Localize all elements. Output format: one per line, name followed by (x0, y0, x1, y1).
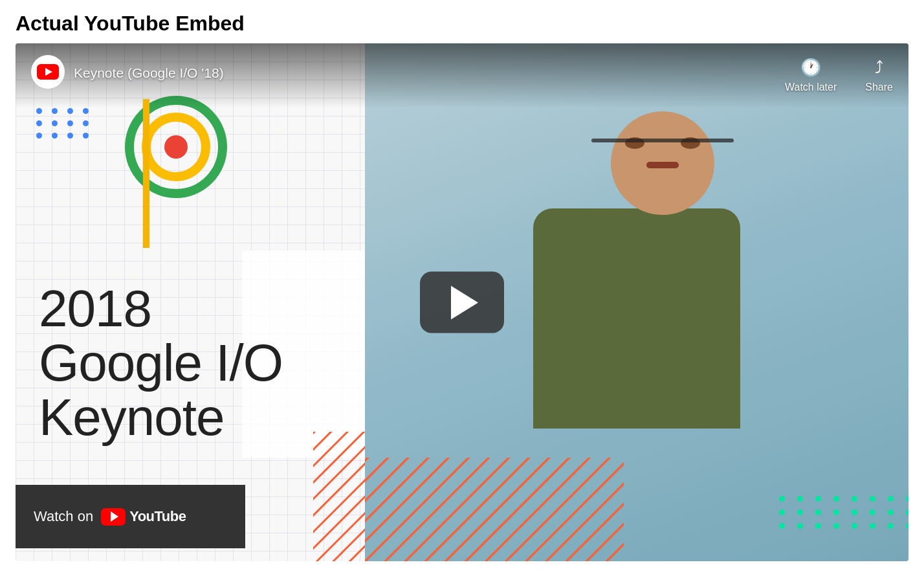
thumbnail-left: 2018 Google I/O Keynote Watch on YouTube (16, 43, 365, 561)
io-circle-logo (124, 95, 228, 201)
watch-later-label: Watch later (785, 82, 837, 93)
youtube-embed[interactable]: 2018 Google I/O Keynote Watch on YouTube (16, 43, 908, 561)
share-button[interactable]: ⤴ Share (865, 58, 893, 93)
watch-on-youtube-bar[interactable]: Watch on YouTube (16, 485, 245, 548)
speaker-image (417, 82, 908, 458)
watch-on-label: Watch on (34, 508, 93, 525)
svg-point-2 (164, 135, 188, 159)
top-overlay: Keynote (Google I/O '18) 🕐 Watch later ⤴… (16, 43, 908, 108)
youtube-wordmark: YouTube (129, 508, 186, 525)
yellow-bar (143, 99, 149, 248)
watch-later-icon: 🕐 (800, 58, 821, 78)
page-title: Actual YouTube Embed (0, 0, 924, 43)
dots-decoration (36, 108, 92, 139)
top-right-actions: 🕐 Watch later ⤴ Share (785, 55, 893, 93)
svg-rect-6 (365, 458, 624, 561)
play-button[interactable] (420, 272, 504, 333)
share-icon: ⤴ (875, 58, 883, 78)
youtube-badge (31, 55, 65, 89)
keynote-text: 2018 Google I/O Keynote (39, 282, 283, 445)
video-title: Keynote (Google I/O '18) (74, 65, 224, 81)
youtube-icon (101, 508, 126, 526)
top-left-area: Keynote (Google I/O '18) (31, 55, 224, 89)
share-label: Share (865, 82, 893, 93)
watch-later-button[interactable]: 🕐 Watch later (785, 58, 837, 93)
youtube-logo: YouTube (101, 508, 186, 526)
